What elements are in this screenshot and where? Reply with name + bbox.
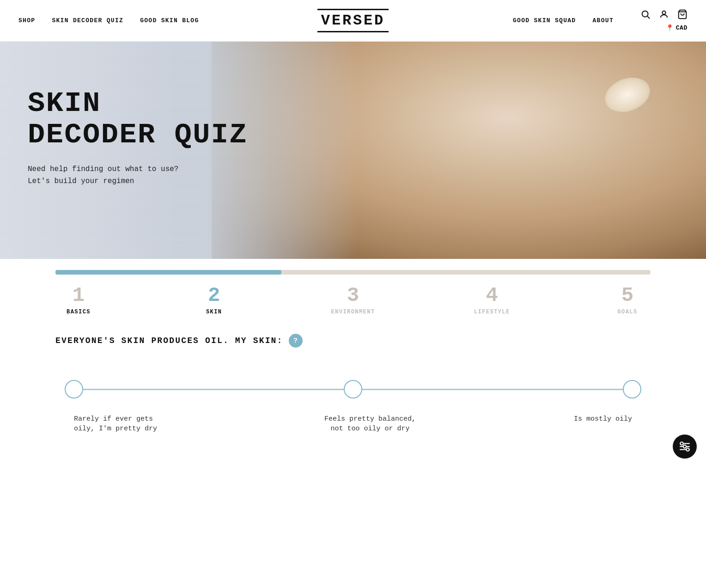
- site-header: SHOP SKIN DECODER QUIZ GOOD SKIN BLOG VE…: [0, 0, 706, 42]
- question-text: EVERYONE'S SKIN PRODUCES OIL. MY SKIN: ?: [55, 334, 651, 348]
- currency-selector[interactable]: 📍 CAD: [666, 24, 688, 32]
- account-button[interactable]: [659, 9, 669, 22]
- step-1: 1 BASICS: [60, 284, 97, 315]
- step-3-number: 3: [347, 284, 359, 307]
- svg-point-0: [642, 11, 648, 17]
- hero-title: SKIN DECODER QUIZ: [28, 88, 248, 151]
- svg-point-10: [686, 448, 689, 451]
- step-3-label: ENVIRONMENT: [331, 309, 375, 315]
- step-2-number: 2: [208, 284, 220, 307]
- step-4-number: 4: [486, 284, 498, 307]
- filter-icon: [679, 441, 691, 453]
- svg-point-4: [683, 445, 687, 448]
- nav-shop[interactable]: SHOP: [18, 17, 35, 24]
- slider-track-container: [74, 375, 632, 403]
- filter-fab-button[interactable]: [673, 435, 697, 459]
- step-5: 5 GOALS: [609, 284, 646, 315]
- hero-text-block: SKIN DECODER QUIZ Need help finding out …: [28, 88, 248, 188]
- step-4: 4 LIFESTYLE: [474, 284, 511, 315]
- site-logo[interactable]: VERSED: [317, 9, 389, 32]
- pin-icon: 📍: [666, 24, 674, 32]
- progress-bar-track: [55, 270, 651, 275]
- slider-handle-oily[interactable]: [623, 380, 641, 398]
- nav-good-skin-blog[interactable]: GOOD SKIN BLOG: [140, 17, 199, 24]
- svg-line-1: [647, 16, 650, 18]
- progress-steps: 1 BASICS 2 SKIN 3 ENVIRONMENT 4 LIFESTYL…: [55, 284, 651, 315]
- question-section: EVERYONE'S SKIN PRODUCES OIL. MY SKIN: ?: [0, 315, 706, 357]
- step-4-label: LIFESTYLE: [474, 309, 510, 315]
- question-label: EVERYONE'S SKIN PRODUCES OIL. MY SKIN:: [55, 336, 283, 345]
- nav-good-skin-squad[interactable]: GOOD SKIN SQUAD: [513, 17, 576, 24]
- step-2: 2 SKIN: [195, 284, 232, 315]
- progress-section: 1 BASICS 2 SKIN 3 ENVIRONMENT 4 LIFESTYL…: [0, 270, 706, 315]
- hero-section: SKIN DECODER QUIZ Need help finding out …: [0, 42, 706, 259]
- step-5-label: GOALS: [617, 309, 637, 315]
- step-1-label: BASICS: [67, 309, 91, 315]
- nav-skin-decoder-quiz[interactable]: SKIN DECODER QUIZ: [52, 17, 123, 24]
- search-button[interactable]: [640, 9, 651, 22]
- help-button[interactable]: ?: [289, 334, 303, 348]
- nav-about[interactable]: ABOUT: [592, 17, 614, 24]
- cart-button[interactable]: [677, 9, 688, 22]
- hero-subtitle: Need help finding out what to use? Let's…: [28, 164, 248, 187]
- nav-left: SHOP SKIN DECODER QUIZ GOOD SKIN BLOG: [18, 17, 199, 24]
- slider-label-dry: Rarely if ever gets oily, I'm pretty dry: [74, 414, 166, 434]
- slider-label-balanced: Feels pretty balanced, not too oily or d…: [324, 414, 416, 434]
- step-2-label: SKIN: [206, 309, 222, 315]
- progress-bar-fill: [55, 270, 281, 275]
- step-1-number: 1: [73, 284, 85, 307]
- slider-track: [74, 389, 632, 390]
- slider-handle-balanced[interactable]: [344, 380, 362, 398]
- step-5-number: 5: [621, 284, 633, 307]
- slider-labels: Rarely if ever gets oily, I'm pretty dry…: [74, 414, 632, 434]
- slider-handle-dry[interactable]: [65, 380, 83, 398]
- svg-point-7: [680, 442, 683, 445]
- slider-label-oily: Is mostly oily: [574, 414, 632, 434]
- slider-section: Rarely if ever gets oily, I'm pretty dry…: [0, 357, 706, 461]
- svg-point-2: [662, 11, 665, 14]
- step-3: 3 ENVIRONMENT: [331, 284, 375, 315]
- header-icons: 📍 CAD: [640, 9, 688, 32]
- nav-right: GOOD SKIN SQUAD ABOUT: [513, 17, 614, 24]
- currency-text: CAD: [676, 24, 688, 31]
